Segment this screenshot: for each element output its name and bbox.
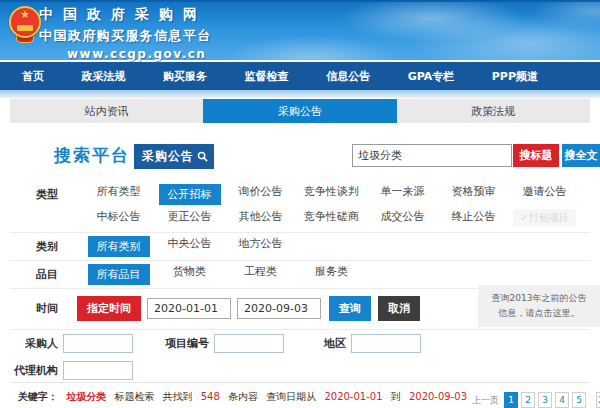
check-icon: ✓ (520, 212, 528, 223)
found-prefix: 共找到 (163, 391, 193, 402)
subnav-tabs: 站内资讯 采购公告 政策法规 (10, 99, 590, 123)
keyword-value: 垃圾分类 (66, 391, 106, 402)
page-button-5[interactable]: 5 (572, 392, 586, 408)
filter-type-termination[interactable]: 终止公告 (438, 209, 509, 227)
page-button-3[interactable]: 3 (538, 392, 552, 408)
cancel-button[interactable]: 取消 (378, 296, 420, 321)
nav-gradient-strip (0, 90, 600, 98)
star-icon: ★ (11, 8, 39, 22)
filter-category-all[interactable]: 所有类别 (83, 236, 154, 257)
nav-item-announcements[interactable]: 信息公告 (326, 69, 370, 84)
filter-type-competitive-consultation[interactable]: 竞争性磋商 (296, 209, 367, 227)
filter-item-label: 品目 (0, 267, 58, 282)
project-no-label: 项目编号 (165, 336, 209, 351)
filter-type-winning-bid[interactable]: 中标公告 (83, 209, 154, 227)
results-footer: 关键字： 垃圾分类 标题检索 共找到 548 条内容 查询日期从 2020-01… (18, 390, 588, 408)
agency-input[interactable] (63, 361, 133, 380)
purchaser-label: 采购人 (0, 336, 58, 351)
nav-item-supervision[interactable]: 监督检查 (245, 69, 289, 84)
filter-type-public-bidding-pill: 公开招标 (159, 184, 221, 205)
filter-category-local[interactable]: 地方公告 (225, 236, 296, 257)
filter-type-transaction[interactable]: 成交公告 (367, 209, 438, 227)
filter-type-label: 类型 (0, 187, 58, 202)
page-button-27[interactable]: 27 (596, 392, 600, 408)
filter-row-type-line2: 中标公告 更正公告 其他公告 竞争性磋商 成交公告 终止公告 ✓打包项目 (0, 206, 600, 230)
keyword-summary: 关键字： 垃圾分类 标题检索 共找到 548 条内容 查询日期从 2020-01… (18, 390, 472, 404)
banner-text: 中国政府采购网 中国政府购买服务信息平台 www.ccgp.gov.cn (39, 6, 212, 61)
site-title: 中国政府采购网 (39, 6, 212, 24)
pagination: 上一页 1 2 3 4 5 27 28 下一页 (472, 392, 600, 408)
filter-category-central[interactable]: 中央公告 (154, 236, 225, 257)
filter-item-all-pill: 所有品目 (88, 264, 150, 285)
filter-item-all[interactable]: 所有品目 (83, 264, 154, 285)
agency-label: 代理机构 (0, 363, 58, 378)
search-scope-label: 采购公告 (142, 148, 194, 165)
nav-item-regulations[interactable]: 政采法规 (82, 69, 126, 84)
filter-category-label: 类别 (0, 239, 58, 254)
region-input[interactable] (351, 334, 421, 353)
filter-row-category: 类别 所有类别 中央公告 地方公告 (0, 233, 600, 259)
nav-item-gpa[interactable]: GPA专栏 (408, 69, 455, 84)
prev-page-button[interactable]: 上一页 (472, 394, 499, 407)
region-label: 地区 (324, 336, 346, 351)
main-nav: 首页 政采法规 购买服务 监督检查 信息公告 GPA专栏 PPP频道 (0, 62, 600, 90)
date-range-prefix: 查询日期从 (266, 391, 316, 402)
search-input[interactable] (352, 144, 512, 167)
pre-2013-note-line2: 信息，请点击这里。 (499, 306, 580, 321)
filter-type-prequalification[interactable]: 资格预审 (438, 184, 509, 205)
found-suffix: 条内容 (228, 391, 258, 402)
filter-row-agency: 代理机构 (0, 357, 600, 383)
package-project-disabled: ✓打包项目 (513, 209, 575, 227)
search-platform-title: 搜索平台 (54, 144, 130, 167)
pre-2013-note[interactable]: 查询2013年之前的公告 信息，请点击这里。 (478, 285, 600, 327)
site-subtitle: 中国政府购买服务信息平台 (39, 27, 212, 45)
date-from-input[interactable] (147, 298, 231, 319)
filter-type-invitation[interactable]: 邀请公告 (509, 184, 580, 205)
tab-policies[interactable]: 政策法规 (397, 99, 590, 123)
filter-row-type-line1: 类型 所有类型 公开招标 询价公告 竞争性谈判 单一来源 资格预审 邀请公告 (0, 182, 600, 206)
purchaser-input[interactable] (63, 334, 133, 353)
search-scope-badge[interactable]: 采购公告 (134, 144, 214, 169)
filter-type-other[interactable]: 其他公告 (225, 209, 296, 227)
filter-type-inquiry[interactable]: 询价公告 (225, 184, 296, 205)
page-button-1[interactable]: 1 (504, 392, 518, 408)
filter-time-label: 时间 (0, 301, 58, 316)
project-number-input[interactable] (214, 334, 284, 353)
nav-item-purchase-services[interactable]: 购买服务 (163, 69, 207, 84)
page-button-2[interactable]: 2 (521, 392, 535, 408)
site-url: www.ccgp.gov.cn (67, 47, 212, 61)
specified-time-button[interactable]: 指定时间 (77, 296, 141, 321)
filter-type-package-project: ✓打包项目 (509, 209, 580, 227)
filter-row-item: 品目 所有品目 货物类 工程类 服务类 (0, 261, 600, 287)
search-icon (197, 151, 208, 162)
emblem-gate (17, 25, 33, 31)
filter-type-single-source[interactable]: 单一来源 (367, 184, 438, 205)
site-banner: ★ 中国政府采购网 中国政府购买服务信息平台 www.ccgp.gov.cn (0, 0, 600, 60)
date-from-value: 2020-01-01 (324, 391, 382, 402)
tab-procurement-announcements[interactable]: 采购公告 (203, 99, 396, 123)
keyword-label: 关键字： (18, 391, 58, 402)
search-title-button[interactable]: 搜标题 (513, 144, 559, 167)
filter-type-public-bidding[interactable]: 公开招标 (154, 184, 225, 205)
query-button[interactable]: 查询 (329, 296, 371, 321)
date-to-input[interactable] (237, 298, 321, 319)
nav-item-ppp[interactable]: PPP频道 (492, 69, 538, 84)
footer-separator (10, 382, 590, 383)
filter-item-engineering[interactable]: 工程类 (225, 264, 296, 285)
nav-item-home[interactable]: 首页 (22, 69, 44, 84)
filter-category-all-pill: 所有类别 (88, 236, 150, 257)
filter-item-services[interactable]: 服务类 (296, 264, 367, 285)
filter-type-all[interactable]: 所有类型 (83, 184, 154, 205)
date-to-value: 2020-09-03 (409, 391, 467, 402)
page-button-4[interactable]: 4 (555, 392, 569, 408)
filter-row-fields: 采购人 项目编号 地区 (0, 330, 600, 356)
tab-site-news[interactable]: 站内资讯 (10, 99, 203, 123)
filter-item-goods[interactable]: 货物类 (154, 264, 225, 285)
filter-type-correction[interactable]: 更正公告 (154, 209, 225, 227)
filter-type-competitive-negotiation[interactable]: 竞争性谈判 (296, 184, 367, 205)
result-count: 548 (201, 391, 220, 402)
package-project-label: 打包项目 (529, 212, 569, 223)
emblem-circle: ★ (9, 6, 41, 38)
search-row: 搜索平台 采购公告 搜标题 搜全文 (0, 142, 600, 170)
search-fulltext-button[interactable]: 搜全文 (562, 144, 600, 167)
